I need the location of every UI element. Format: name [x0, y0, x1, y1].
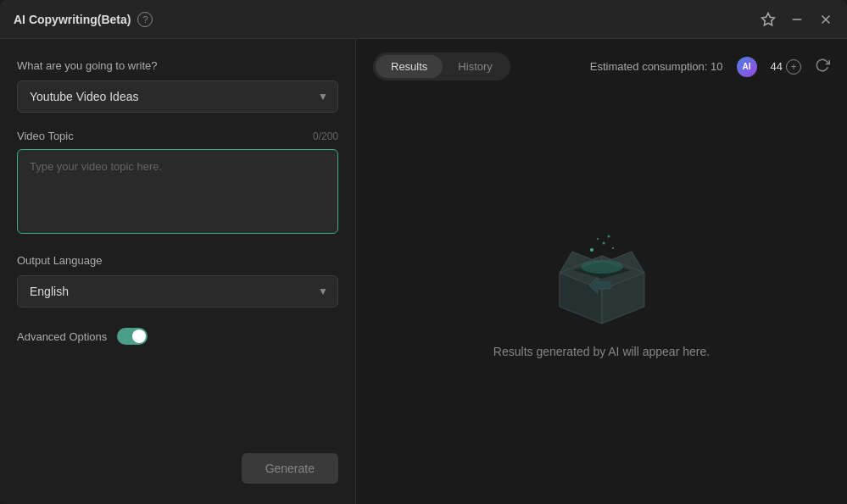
generate-button[interactable]: Generate — [242, 453, 338, 484]
empty-state: Results generated by AI will appear here… — [373, 94, 830, 490]
generate-btn-wrapper: Generate — [17, 453, 338, 484]
output-language-label: Output Language — [17, 254, 338, 267]
minimize-icon[interactable] — [789, 12, 805, 27]
video-topic-input[interactable] — [17, 149, 338, 234]
ai-badge: AI — [737, 57, 757, 77]
write-type-dropdown[interactable]: Youtube Video Ideas Blog Post Product De… — [17, 80, 338, 113]
estimated-consumption: Estimated consumption: 10 — [590, 60, 723, 73]
close-icon[interactable] — [818, 12, 833, 27]
window-controls — [761, 12, 833, 27]
svg-point-12 — [612, 247, 614, 249]
title-bar: AI Copywriting(Beta) ? — [0, 0, 847, 39]
right-panel: Results History Estimated consumption: 1… — [356, 39, 847, 504]
tab-results[interactable]: Results — [376, 55, 443, 78]
svg-point-14 — [607, 235, 610, 238]
tabs-group: Results History — [373, 53, 510, 80]
write-label: What are you going to write? — [17, 59, 338, 72]
credit-number: 44 — [771, 60, 783, 73]
textarea-wrapper — [17, 149, 338, 237]
toggle-knob — [132, 330, 146, 343]
right-panel-header: Results History Estimated consumption: 1… — [373, 53, 830, 80]
char-count: 0/200 — [313, 130, 338, 142]
language-dropdown[interactable]: English Spanish French German Chinese — [17, 275, 338, 307]
help-icon[interactable]: ? — [137, 12, 153, 27]
bookmark-icon[interactable] — [761, 12, 776, 27]
svg-point-9 — [581, 260, 623, 274]
box-illustration — [543, 226, 661, 328]
app-window: AI Copywriting(Beta) ? — [0, 0, 847, 504]
left-panel: What are you going to write? Youtube Vid… — [0, 39, 356, 504]
advanced-options-row: Advanced Options — [17, 328, 338, 345]
empty-state-text: Results generated by AI will appear here… — [493, 345, 710, 358]
svg-point-11 — [602, 242, 605, 245]
write-type-dropdown-wrapper: Youtube Video Ideas Blog Post Product De… — [17, 80, 338, 113]
video-topic-header: Video Topic 0/200 — [17, 130, 338, 142]
advanced-options-label: Advanced Options — [17, 330, 107, 343]
refresh-icon[interactable] — [815, 58, 830, 76]
svg-point-13 — [597, 238, 599, 240]
title-bar-left: AI Copywriting(Beta) ? — [14, 12, 153, 27]
video-topic-label: Video Topic — [17, 130, 74, 142]
tab-history[interactable]: History — [443, 55, 507, 78]
language-dropdown-wrapper: English Spanish French German Chinese ▼ — [17, 275, 338, 307]
main-content: What are you going to write? Youtube Vid… — [0, 39, 847, 504]
app-title: AI Copywriting(Beta) — [14, 13, 131, 26]
credit-count: 44 + — [771, 59, 801, 75]
add-credits-icon[interactable]: + — [786, 59, 801, 75]
svg-point-10 — [590, 248, 593, 252]
advanced-options-toggle[interactable] — [117, 328, 148, 345]
